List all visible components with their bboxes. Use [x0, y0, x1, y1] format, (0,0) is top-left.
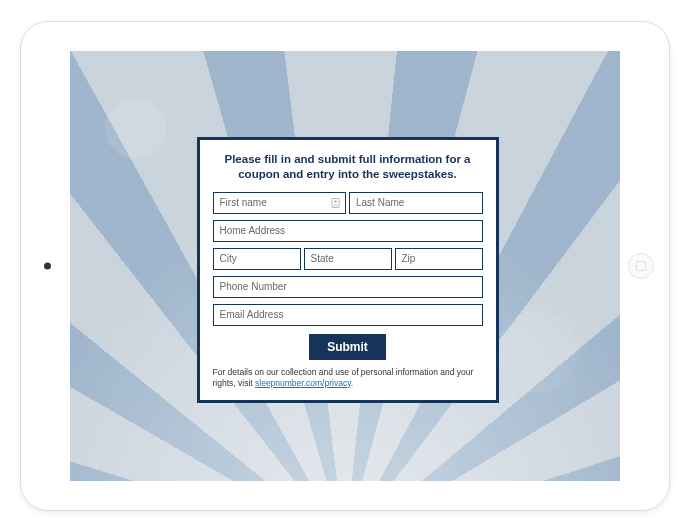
- zip-input[interactable]: [402, 253, 476, 264]
- city-state-zip-row: [213, 248, 483, 270]
- submit-row: Submit: [213, 334, 483, 360]
- tablet-home-button[interactable]: [628, 253, 654, 279]
- sweepstakes-form-card: Please fill in and submit full informati…: [197, 137, 499, 403]
- tablet-screen: Please fill in and submit full informati…: [70, 51, 620, 481]
- state-input[interactable]: [311, 253, 385, 264]
- disclaimer-suffix: .: [351, 378, 353, 388]
- privacy-link[interactable]: sleepnumber.com/privacy: [255, 378, 351, 388]
- home-address-field-wrap: [213, 220, 483, 242]
- last-name-field-wrap: [349, 192, 483, 214]
- svg-point-1: [334, 200, 336, 202]
- name-row: [213, 192, 483, 214]
- phone-input[interactable]: [220, 281, 476, 292]
- phone-field-wrap: [213, 276, 483, 298]
- address-row: [213, 220, 483, 242]
- email-field-wrap: [213, 304, 483, 326]
- city-field-wrap: [213, 248, 301, 270]
- email-input[interactable]: [220, 309, 476, 320]
- home-address-input[interactable]: [220, 225, 476, 236]
- privacy-disclaimer: For details on our collection and use of…: [213, 367, 483, 389]
- svg-rect-0: [332, 198, 339, 207]
- email-row: [213, 304, 483, 326]
- contact-card-icon: [331, 197, 340, 208]
- first-name-field-wrap: [213, 192, 347, 214]
- first-name-input[interactable]: [220, 197, 340, 208]
- tablet-device-frame: Please fill in and submit full informati…: [20, 21, 670, 511]
- state-field-wrap: [304, 248, 392, 270]
- submit-button[interactable]: Submit: [309, 334, 386, 360]
- form-heading: Please fill in and submit full informati…: [213, 152, 483, 183]
- city-input[interactable]: [220, 253, 294, 264]
- zip-field-wrap: [395, 248, 483, 270]
- tablet-camera: [44, 262, 51, 269]
- last-name-input[interactable]: [356, 197, 476, 208]
- phone-row: [213, 276, 483, 298]
